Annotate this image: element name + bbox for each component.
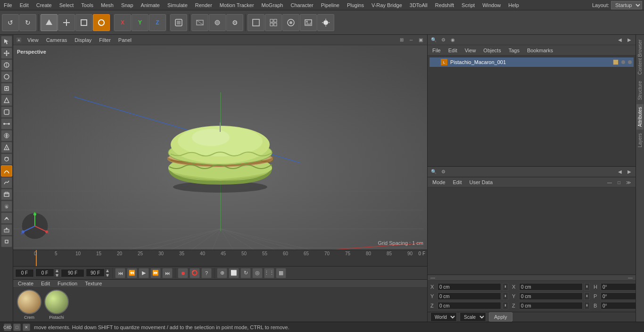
coord-y2-input[interactable] [519,292,583,300]
tool-10[interactable] [1,189,12,200]
status-icon-2[interactable]: □ [13,324,21,331]
tool-3[interactable] [1,83,12,94]
y-axis-btn[interactable]: Y [132,14,149,31]
menu-help[interactable]: Help [504,1,523,9]
material-item-2[interactable]: Pistachi [44,290,69,320]
om-view-btn[interactable]: View [463,47,478,54]
tool-12[interactable] [1,212,12,224]
menu-edit[interactable]: Edit [16,1,33,9]
tab-layers[interactable]: Layers [636,130,644,150]
attr-minimize-icon[interactable]: — [605,178,614,186]
menu-pipeline[interactable]: Pipeline [317,1,343,9]
move-tool-btn[interactable] [58,14,75,31]
viewport-icon-1[interactable]: ⊞ [398,36,405,44]
material-ball-1[interactable] [17,290,41,314]
redo-btn[interactable]: ↻ [19,14,36,31]
viewport-icon-2[interactable]: ↔ [407,36,415,44]
world-dropdown[interactable]: World [430,312,457,322]
coord-h-input[interactable] [601,283,636,291]
menu-snap[interactable]: Snap [117,1,137,9]
viewport[interactable]: ▲ View Cameras Display Filter Panel ⊞ ↔ … [13,35,427,250]
tool-6[interactable] [1,118,12,130]
viewport-collapse[interactable]: ▲ [16,37,22,43]
frame-input-current[interactable] [35,268,54,277]
tool-scale[interactable] [1,59,12,71]
om-bookmarks-btn[interactable]: Bookmarks [525,47,555,54]
tool-9[interactable] [1,154,12,165]
viewport-menu-panel[interactable]: Panel [116,36,133,44]
scale-tool-btn[interactable] [75,14,92,31]
picture-viewer-btn[interactable] [300,14,317,31]
help-btn[interactable]: ? [201,268,212,278]
rotate-tool-btn[interactable] [93,14,110,31]
menu-create[interactable]: Create [33,1,56,9]
coord-y2-arrows[interactable]: ⬍ [584,292,590,300]
tool-14[interactable] [1,236,12,247]
scale-dropdown[interactable]: Scale [460,312,486,322]
viewport-icon-3[interactable]: ▣ [417,36,424,44]
om-settings-icon[interactable]: ⚙ [439,36,447,44]
coord-z2-arrows[interactable]: ⬍ [584,302,590,309]
menu-motion-tracker[interactable]: Motion Tracker [216,1,258,9]
viewport-menu-display[interactable]: Display [73,36,93,44]
mat-create-btn[interactable]: Create [16,280,35,287]
mat-function-btn[interactable]: Function [56,280,79,287]
viewport-menu-cameras[interactable]: Cameras [44,36,69,44]
tab-content-browser[interactable]: Content Browser [636,37,644,77]
apply-button[interactable]: Apply [489,312,512,322]
go-start-btn[interactable]: ⏮ [115,268,125,278]
single-view-btn[interactable] [248,14,264,31]
tool-4[interactable] [1,95,12,106]
attr-edit-btn[interactable]: Edit [451,179,464,186]
record-auto-btn[interactable]: ⭕ [190,268,200,278]
om-edit-btn[interactable]: Edit [446,47,459,54]
menu-mograph[interactable]: MoGraph [258,1,287,9]
om-search-icon[interactable]: 🔍 [429,36,438,44]
status-icon-1[interactable]: C4D [4,324,11,331]
coord-x2-input[interactable] [519,283,583,291]
tool-8[interactable] [1,142,12,153]
attr-settings-icon[interactable]: ⚙ [439,168,447,176]
coord-b-input[interactable] [601,302,636,309]
tool-sculpt[interactable] [1,177,12,188]
go-end-btn[interactable]: ⏭ [162,268,173,278]
tool-11[interactable]: S [1,201,12,212]
menu-select[interactable]: Select [56,1,78,9]
menu-tools[interactable]: Tools [77,1,97,9]
attr-more-icon[interactable]: ≫ [624,178,633,186]
om-arrow-right-icon[interactable]: ▶ [625,36,634,44]
tab-attributes[interactable]: Attributes [636,104,644,130]
menu-script[interactable]: Script [458,1,479,9]
tool-7[interactable] [1,130,12,141]
coord-x-arrows[interactable]: ⬍ [503,283,508,291]
tab-structure[interactable]: Structure [636,78,644,103]
om-row-macaron[interactable]: L Pistachio_Macaron_001 [429,57,634,67]
om-tags-btn[interactable]: Tags [507,47,521,54]
coord-x-input[interactable] [438,283,501,291]
coord-y-input[interactable] [438,292,501,300]
menu-character[interactable]: Character [287,1,317,9]
material-ball-2[interactable] [44,290,69,314]
4-view-btn[interactable] [265,14,282,31]
tf-points-btn[interactable]: ⋮⋮ [264,268,274,278]
attr-search-icon[interactable]: 🔍 [429,168,438,176]
menu-render[interactable]: Render [191,1,216,9]
render-active-view-btn[interactable] [209,14,226,31]
frame-input-start[interactable] [15,269,34,277]
tf-extra-btn[interactable]: ▦ [276,268,286,278]
coord-x2-arrows[interactable]: ⬍ [584,283,590,291]
om-file-btn[interactable]: File [430,47,443,54]
viewport-menu-filter[interactable]: Filter [97,36,112,44]
coord-z-input[interactable] [438,302,501,309]
step-back-btn[interactable]: ⏪ [127,268,137,278]
frame-input-max[interactable] [86,268,105,277]
render-settings-btn[interactable]: ⚙ [226,14,243,31]
render-region-btn[interactable] [191,14,208,31]
tool-13[interactable] [1,224,12,235]
om-color-swatch[interactable] [613,59,619,65]
model-mode-btn[interactable] [41,14,58,31]
attr-arrow-left-icon[interactable]: ◀ [616,168,624,176]
layout-select[interactable]: Startup [611,1,642,9]
mat-texture-btn[interactable]: Texture [83,280,104,287]
tf-world-btn[interactable]: ↻ [240,268,251,278]
